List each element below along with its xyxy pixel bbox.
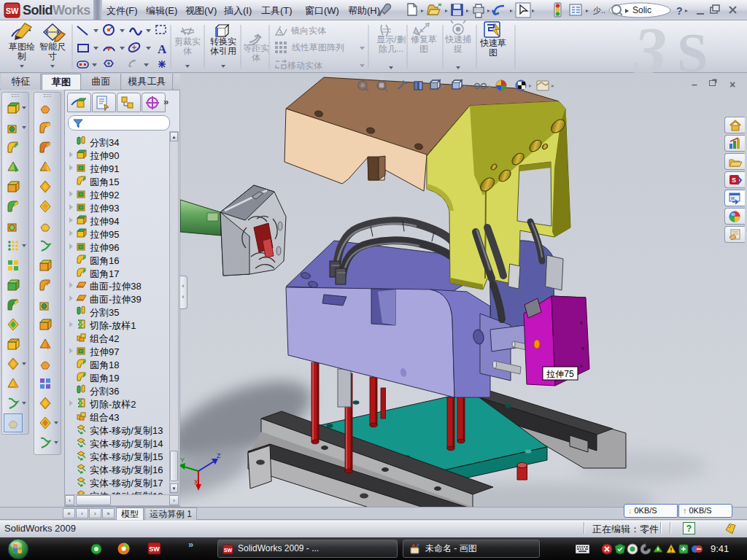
svg-text:S: S bbox=[731, 176, 735, 184]
svg-text:Y: Y bbox=[180, 456, 185, 464]
svg-text:SW: SW bbox=[224, 548, 233, 553]
svg-text:拉伸75: 拉伸75 bbox=[546, 369, 574, 379]
svg-text:Z: Z bbox=[217, 452, 221, 459]
svg-text:SW: SW bbox=[149, 545, 160, 553]
svg-text:S: S bbox=[677, 22, 708, 73]
svg-text:3: 3 bbox=[632, 13, 667, 73]
svg-text:X: X bbox=[194, 478, 198, 486]
